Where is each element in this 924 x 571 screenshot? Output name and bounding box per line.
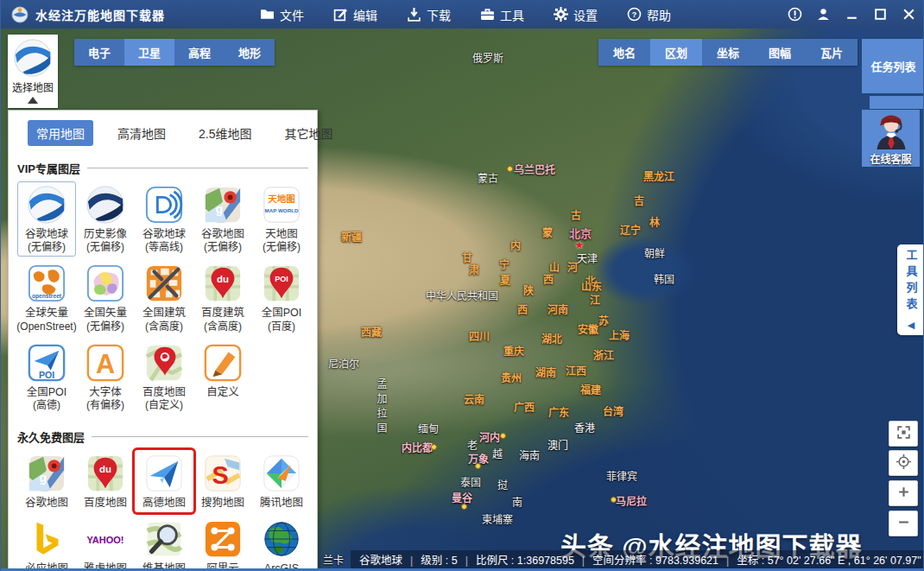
menu-help[interactable]: ? 帮助 [627,6,671,23]
map-layer-item[interactable]: POI 全国POI (百度) [252,260,311,335]
tab-mapsheet[interactable]: 图幅 [754,39,806,66]
map-layer-item[interactable]: 全国建筑 (含高度) [135,260,193,335]
online-service-button[interactable]: 在线客服 [862,110,920,167]
map-label: 夏 [500,272,510,287]
map-label [431,444,437,450]
cnvector-icon [85,263,125,303]
tab-satellite[interactable]: 卫星 [124,39,174,66]
map-label: ★ [574,238,585,251]
svg-text:MAP WORLD: MAP WORLD [265,207,299,213]
info-icon[interactable] [788,7,802,22]
menu-edit[interactable]: 编辑 [333,6,377,23]
map-label: 蒙古 [478,170,498,185]
map-layer-item[interactable]: ArcGIS [252,516,311,571]
tab-coordinates[interactable]: 坐标 [702,39,754,66]
baidu-du-icon: du [203,263,243,303]
tab-common-maps[interactable]: 常用地图 [28,120,93,146]
map-layer-item[interactable]: 腾讯地图 [252,450,311,512]
menu-file[interactable]: 文件 [260,6,304,23]
tianditu-icon: 天地图MAP WORLD [262,185,301,225]
map-layer-item[interactable]: 谷歌地球 (等高线) [135,181,193,257]
map-label: 乌兰巴托 [514,162,555,176]
task-list-button[interactable]: 任务列表 [862,39,924,93]
menu-settings[interactable]: 设置 [554,6,598,23]
map-label: 内比都 [402,440,433,454]
map-layer-item[interactable]: openstreet 全球矢量 (OpenStreet) [17,260,76,335]
tool-list-tab[interactable]: 工具列表 ◀ [897,244,924,335]
map-layer-item[interactable]: du 百度建筑 (含高度) [193,260,252,335]
map-label: 河内 [479,429,500,444]
locate-button[interactable] [889,450,918,476]
vip-section-title: VIP专属图层 [17,160,80,176]
map-label: 宁 [499,257,509,271]
ge-dark-icon [85,185,125,225]
free-section-header: 永久免费图层 [17,428,308,445]
zoom-out-button[interactable] [889,511,918,536]
map-label: 老 [467,437,478,452]
map-label: 兰卡 [323,552,344,567]
panel-anchor-arrow [28,97,38,104]
map-label: 孟加拉国 [374,378,389,437]
tab-electronic[interactable]: 电子 [74,39,124,66]
tab-placenames[interactable]: 地名 [598,39,650,66]
menu-tools[interactable]: 工具 [480,6,524,23]
map-label [500,433,506,439]
map-label: 柬埔寨 [482,511,513,526]
maximize-button[interactable] [873,7,888,22]
map-layer-item[interactable]: 必应地图 [17,516,76,571]
map-layer-item[interactable]: g 谷歌地图 (无偏移) [193,181,252,257]
minimize-button[interactable] [845,7,859,22]
map-layer-item[interactable]: 百度地图 (自定义) [135,339,193,415]
map-layer-item[interactable]: A 大字体 (有偏移) [76,339,135,415]
map-label: 贵州 [501,370,522,384]
status-segment: 空间分辨率 : 9783.939621 [574,551,718,568]
map-label [507,166,513,172]
map-layer-item[interactable]: S 搜狗地图 [193,450,252,512]
zoom-in-button[interactable] [889,480,918,506]
tab-25d-maps[interactable]: 2.5维地图 [190,120,260,146]
online-service-label: 在线客服 [870,151,911,166]
tab-districts[interactable]: 区划 [650,39,702,66]
close-button[interactable] [902,7,916,22]
map-layer-item[interactable]: 维基地图 [135,516,193,571]
map-label: 菲律宾 [606,468,637,483]
tab-tiles[interactable]: 瓦片 [806,39,858,66]
fit-extent-button[interactable] [889,421,918,447]
map-label: 重庆 [503,343,524,358]
map-layer-item[interactable]: g 谷歌地图 [17,450,76,512]
map-label: 越 [492,446,503,460]
map-label: 新疆 [341,229,362,244]
tab-other-maps[interactable]: 其它地图 [275,120,341,146]
map-layer-item[interactable]: 天地图MAP WORLD 天地图 (无偏移) [252,181,311,257]
svg-text:YAHOO!: YAHOO! [86,535,123,545]
map-layer-item[interactable]: 自定义 [193,339,252,415]
map-label: 西 [543,271,554,286]
status-bar: 谷歌地球 级别 : 5 比例尺 : 1:36978595 空间分辨率 : 978… [351,550,923,568]
map-layer-item[interactable]: YAHOO! 雅虎地图 [76,516,135,571]
tab-hd-maps[interactable]: 高清地图 [109,120,174,146]
map-label: 蒙 [542,225,553,239]
minus-icon [896,515,911,533]
svg-text:?: ? [632,10,637,19]
map-layer-item[interactable]: 历史影像 (无偏移) [76,181,135,257]
map-label: 江 [590,292,600,307]
map-label: 尼泊尔 [328,356,359,371]
menu-download[interactable]: 下载 [407,6,451,23]
map-layer-item[interactable]: 全国矢量 (无偏移) [76,260,135,335]
tab-elevation[interactable]: 高程 [174,39,225,66]
collapsed-panel-strip[interactable] [870,96,924,109]
map-layer-item[interactable]: 谷歌地球 (无偏移) [17,181,76,257]
user-icon[interactable] [816,7,831,22]
status-segment: 坐标 : 57° 02' 27.66" E , 61° 26' 07.97" N [718,551,924,568]
map-label: 曼谷 [452,490,472,504]
svg-text:S: S [212,461,229,489]
map-layer-item[interactable]: 高德地图 [135,450,193,512]
svg-text:A: A [96,348,115,377]
map-layer-item[interactable]: du 百度地图 [76,450,135,512]
map-label [475,463,481,469]
map-layer-item[interactable]: 阿里云 [193,516,252,571]
tab-terrain[interactable]: 地形 [225,39,275,66]
select-map-button[interactable]: 选择地图 [8,35,58,108]
map-layer-item[interactable]: POI 全国POI (高德) [17,339,76,415]
map-label: 俄罗斯 [472,50,503,65]
